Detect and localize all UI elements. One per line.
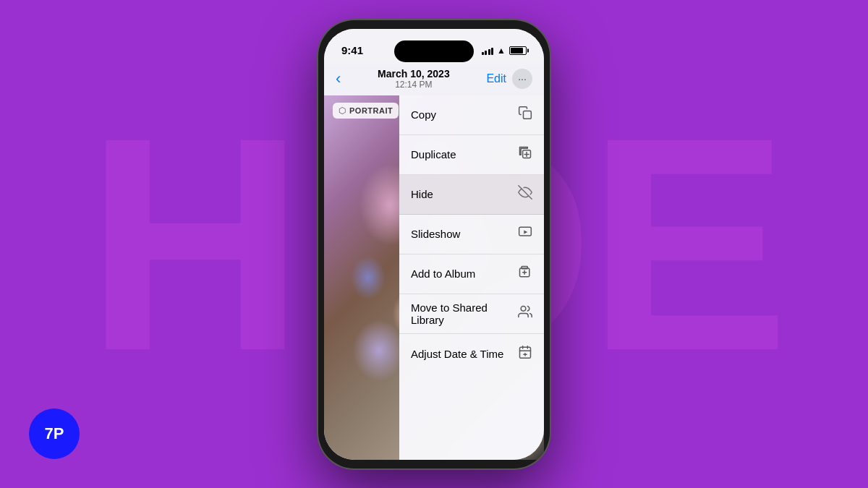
menu-item-icon-adjust-date-&-time xyxy=(518,345,532,363)
svg-marker-6 xyxy=(524,231,527,234)
menu-item-icon-add-to-album xyxy=(518,265,532,283)
menu-item-add-to-album[interactable]: Add to Album xyxy=(399,254,544,294)
menu-item-icon-move-to-shared-library xyxy=(518,304,532,322)
battery-fill xyxy=(511,48,523,53)
portrait-label: PORTRAIT xyxy=(349,106,393,115)
back-button[interactable]: ‹ xyxy=(336,69,341,88)
menu-item-label: Copy xyxy=(411,108,436,121)
menu-item-move-to-shared-library[interactable]: Move to Shared Library xyxy=(399,294,544,334)
menu-item-label: Move to Shared Library xyxy=(411,301,518,326)
menu-item-icon-copy xyxy=(518,106,532,124)
nav-time: 12:14 PM xyxy=(378,80,450,90)
edit-button[interactable]: Edit xyxy=(486,72,506,85)
more-button[interactable]: ··· xyxy=(512,69,532,89)
menu-item-icon-hide xyxy=(518,185,532,203)
menu-item-label: Hide xyxy=(411,188,433,200)
context-menu: CopyDuplicateHideSlideshowAdd to AlbumMo… xyxy=(399,95,544,460)
menu-item-hide[interactable]: Hide xyxy=(399,175,544,215)
ellipsis-icon: ··· xyxy=(518,73,527,85)
photo-area: ⬡ PORTRAIT CopyDuplicateHideSlideshowAdd… xyxy=(324,95,544,460)
menu-item-duplicate[interactable]: Duplicate xyxy=(399,135,544,175)
battery-icon xyxy=(509,46,527,55)
svg-rect-0 xyxy=(524,111,532,119)
portrait-cube-icon: ⬡ xyxy=(339,106,346,116)
svg-rect-8 xyxy=(522,267,527,269)
svg-rect-12 xyxy=(520,347,531,358)
signal-icon xyxy=(482,46,494,55)
wifi-icon: ▲ xyxy=(497,46,506,56)
menu-item-icon-slideshow xyxy=(518,225,532,243)
menu-item-icon-duplicate xyxy=(518,145,532,163)
phone-device: 9:41 ▲ ‹ March 10, 2023 12:14 PM xyxy=(318,20,550,468)
nav-bar: ‹ March 10, 2023 12:14 PM Edit ··· xyxy=(324,65,544,95)
menu-item-adjust-date-&-time[interactable]: Adjust Date & Time xyxy=(399,334,544,374)
menu-item-slideshow[interactable]: Slideshow xyxy=(399,215,544,254)
menu-item-copy[interactable]: Copy xyxy=(399,95,544,135)
nav-date: March 10, 2023 xyxy=(378,68,450,80)
menu-item-label: Add to Album xyxy=(411,267,475,280)
logo-text: 7P xyxy=(45,424,64,443)
nav-actions: Edit ··· xyxy=(486,69,532,89)
svg-point-11 xyxy=(521,307,526,312)
status-icons: ▲ xyxy=(482,46,527,56)
dynamic-island xyxy=(394,40,474,62)
logo-badge: 7P xyxy=(29,408,80,459)
phone-screen: 9:41 ▲ ‹ March 10, 2023 12:14 PM xyxy=(324,29,544,460)
portrait-tag: ⬡ PORTRAIT xyxy=(333,103,399,119)
menu-item-label: Duplicate xyxy=(411,148,456,160)
menu-item-label: Slideshow xyxy=(411,228,460,240)
nav-title-group: March 10, 2023 12:14 PM xyxy=(378,68,450,90)
status-time: 9:41 xyxy=(341,44,363,56)
menu-item-label: Adjust Date & Time xyxy=(411,348,503,360)
